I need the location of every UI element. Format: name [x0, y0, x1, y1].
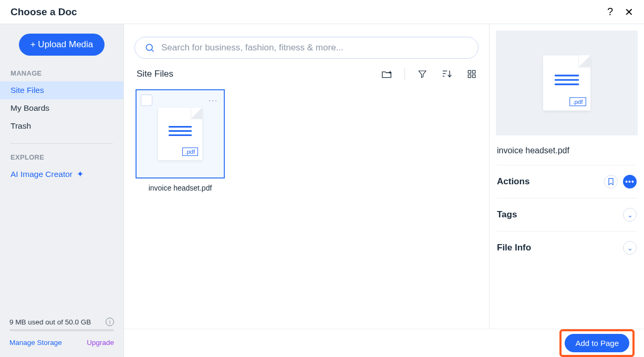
upgrade-link[interactable]: Upgrade: [87, 339, 114, 346]
file-info-heading: File Info: [497, 243, 531, 253]
search-input[interactable]: [161, 43, 469, 53]
file-card[interactable]: ⋯ .pdf: [136, 89, 225, 178]
new-folder-icon[interactable]: [381, 69, 392, 79]
add-to-page-button[interactable]: Add to Page: [565, 334, 629, 352]
sidebar-divider: [11, 143, 113, 144]
main-panel: Site Files ⋯: [124, 24, 490, 357]
dialog-footer: Add to Page: [124, 329, 644, 357]
preview-thumbnail: .pdf: [543, 56, 590, 111]
file-name-label: invoice headset.pdf: [136, 184, 225, 192]
close-icon[interactable]: ✕: [625, 6, 633, 18]
sidebar-item-trash[interactable]: Trash: [0, 117, 123, 135]
more-actions-button[interactable]: •••: [623, 175, 637, 188]
svg-rect-8: [468, 70, 471, 73]
bookmark-icon[interactable]: [604, 175, 618, 188]
manage-label: MANAGE: [0, 69, 123, 81]
file-more-icon[interactable]: ⋯: [208, 94, 219, 106]
svg-point-0: [146, 44, 152, 50]
file-preview: .pdf: [496, 30, 638, 135]
dialog-title: Choose a Doc: [11, 6, 77, 18]
grid-view-icon[interactable]: [467, 69, 476, 79]
filter-icon[interactable]: [418, 69, 427, 79]
storage-section: 9 MB used out of 50.0 GB i Manage Storag…: [0, 318, 123, 357]
info-icon[interactable]: i: [106, 318, 114, 326]
search-icon: [144, 43, 155, 53]
add-to-page-highlight: Add to Page: [559, 329, 635, 357]
ai-image-creator-label: AI Image Creator: [11, 170, 72, 179]
breadcrumb-site-files: Site Files: [137, 69, 173, 79]
sidebar-item-ai-image-creator[interactable]: AI Image Creator ✦: [0, 165, 123, 183]
sidebar-item-site-files[interactable]: Site Files: [0, 81, 123, 99]
help-icon[interactable]: ?: [607, 6, 613, 18]
tags-heading: Tags: [497, 209, 517, 220]
sparkle-icon: ✦: [77, 170, 84, 179]
file-info-section[interactable]: File Info ⌄: [496, 232, 638, 264]
sidebar-item-my-boards[interactable]: My Boards: [0, 99, 123, 117]
sidebar: + Upload Media MANAGE Site Files My Boar…: [0, 24, 124, 357]
file-grid: ⋯ .pdf invoice headset.pdf: [134, 89, 479, 192]
tags-section[interactable]: Tags ⌄: [496, 198, 638, 231]
toolbar-separator: [404, 68, 405, 80]
chevron-down-icon[interactable]: ⌄: [623, 241, 637, 255]
preview-ext-badge: .pdf: [569, 97, 586, 106]
toolbar: Site Files: [134, 68, 479, 89]
storage-text: 9 MB used out of 50.0 GB: [9, 318, 91, 326]
svg-rect-11: [473, 75, 475, 78]
svg-rect-10: [468, 75, 471, 78]
actions-heading: Actions: [497, 176, 529, 187]
sort-icon[interactable]: [442, 69, 452, 79]
search-field[interactable]: [134, 37, 479, 59]
chevron-down-icon[interactable]: ⌄: [623, 208, 637, 222]
actions-section: Actions •••: [496, 165, 638, 198]
file-thumbnail: .pdf: [158, 108, 202, 160]
details-panel: .pdf invoice headset.pdf Actions ••• Tag…: [490, 24, 644, 357]
upload-media-button[interactable]: + Upload Media: [19, 34, 105, 56]
header-actions: ? ✕: [607, 6, 633, 18]
details-filename: invoice headset.pdf: [497, 146, 637, 155]
svg-rect-9: [473, 70, 475, 73]
storage-bar: [9, 329, 114, 331]
explore-label: EXPLORE: [0, 153, 123, 165]
svg-line-1: [152, 50, 154, 52]
file-ext-badge: .pdf: [182, 148, 198, 156]
dialog-header: Choose a Doc ? ✕: [0, 0, 644, 24]
manage-storage-link[interactable]: Manage Storage: [9, 339, 62, 346]
file-checkbox[interactable]: [141, 94, 152, 106]
